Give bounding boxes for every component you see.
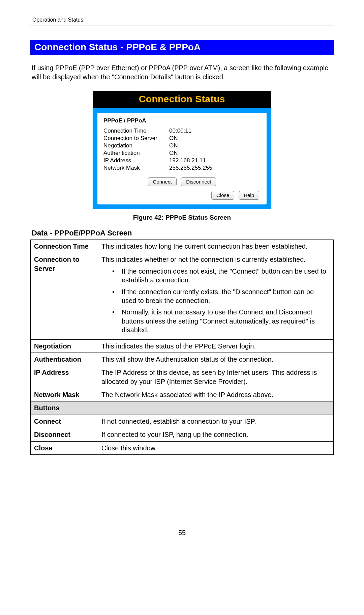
figure-wrap: Connection Status PPPoE / PPPoA Connecti…	[30, 91, 334, 209]
table-row: DisconnectIf connected to your ISP, hang…	[31, 428, 334, 441]
table-row-desc: This indicates the status of the PPPoE S…	[98, 339, 334, 353]
status-row-label: Negotiation	[103, 142, 169, 149]
status-row: IP Address192.168.21.11	[103, 157, 261, 164]
help-button[interactable]: Help	[239, 191, 259, 200]
status-row: Network Mask255.255.255.255	[103, 165, 261, 171]
table-row: NegotiationThis indicates the status of …	[31, 339, 334, 353]
bullet-item: Normally, it is not necessary to use the…	[101, 308, 330, 334]
button-row-main: Connect Disconnect	[103, 177, 261, 186]
table-row-desc: If connected to your ISP, hang up the co…	[98, 428, 334, 441]
figure-caption: Figure 42: PPPoE Status Screen	[30, 214, 334, 221]
status-row-label: IP Address	[103, 157, 169, 164]
table-row: IP AddressThe IP Address of this device,…	[31, 366, 334, 388]
table-row-label: Authentication	[31, 353, 98, 366]
table-row: Connection to ServerThis indicates wheth…	[31, 253, 334, 339]
table-row-label: Disconnect	[31, 428, 98, 441]
panel-title: PPPoE / PPPoA	[103, 117, 261, 124]
table-row-label: Connection to Server	[31, 253, 98, 339]
status-panel: PPPoE / PPPoA Connection Time00:00:11Con…	[97, 113, 267, 204]
status-row: Connection to ServerON	[103, 135, 261, 142]
status-frame-title: Connection Status	[93, 91, 271, 108]
close-button[interactable]: Close	[211, 191, 234, 200]
chapter-header: Operation and Status	[30, 17, 334, 23]
table-row-desc: If not connected, establish a connection…	[98, 415, 334, 428]
table-row: CloseClose this window.	[31, 441, 334, 454]
bullet-item: If the connection currently exists, the …	[101, 287, 330, 305]
table-row-desc: This indicates whether or not the connec…	[98, 253, 334, 339]
table-row-desc: The Network Mask associated with the IP …	[98, 388, 334, 401]
table-row-desc: The IP Address of this device, as seen b…	[98, 366, 334, 388]
status-row-value: 192.168.21.11	[169, 157, 261, 164]
status-row-value: ON	[169, 142, 261, 149]
status-row: NegotiationON	[103, 142, 261, 149]
status-row-value: 255.255.255.255	[169, 165, 261, 171]
table-row: Connection TimeThis indicates how long t…	[31, 240, 334, 253]
table-row-label: Connection Time	[31, 240, 98, 253]
table-row: Network MaskThe Network Mask associated …	[31, 388, 334, 401]
table-row-label: Connect	[31, 415, 98, 428]
status-row-value: ON	[169, 135, 261, 142]
chapter-rule	[30, 26, 334, 26]
section-title: Connection Status - PPPoE & PPPoA	[30, 40, 334, 55]
table-row: AuthenticationThis will show the Authent…	[31, 353, 334, 366]
status-frame: Connection Status PPPoE / PPPoA Connecti…	[93, 91, 271, 209]
table-section-buttons: Buttons	[31, 401, 334, 415]
table-row-label: Negotiation	[31, 339, 98, 353]
intro-paragraph: If using PPPoE (PPP over Ethernet) or PP…	[32, 63, 334, 82]
status-row: AuthenticationON	[103, 150, 261, 157]
data-heading: Data - PPPoE/PPPoA Screen	[32, 229, 334, 237]
table-row-label: Close	[31, 441, 98, 454]
status-row-label: Connection to Server	[103, 135, 169, 142]
table-row-label: IP Address	[31, 366, 98, 388]
table-row-desc: Close this window.	[98, 441, 334, 454]
table-row-desc: This indicates how long the current conn…	[98, 240, 334, 253]
table-row: ConnectIf not connected, establish a con…	[31, 415, 334, 428]
status-row-value: ON	[169, 150, 261, 157]
table-row-label: Network Mask	[31, 388, 98, 401]
bullet-item: If the connection does not exist, the "C…	[101, 267, 330, 285]
data-table: Connection TimeThis indicates how long t…	[30, 240, 334, 455]
status-row-value: 00:00:11	[169, 128, 261, 134]
table-row-desc: This will show the Authentication status…	[98, 353, 334, 366]
disconnect-button[interactable]: Disconnect	[181, 177, 216, 186]
status-row-label: Authentication	[103, 150, 169, 157]
status-row-label: Network Mask	[103, 165, 169, 171]
page-number: 55	[30, 529, 334, 537]
connect-button[interactable]: Connect	[148, 177, 177, 186]
status-row-label: Connection Time	[103, 128, 169, 134]
status-row: Connection Time00:00:11	[103, 128, 261, 134]
button-row-secondary: Close Help	[103, 191, 261, 200]
